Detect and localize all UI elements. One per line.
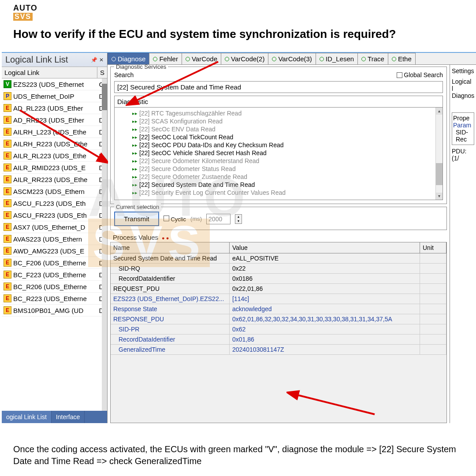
status-badge: E	[4, 259, 11, 267]
item-name: BC_R206 (UDS_Etherne	[13, 283, 97, 290]
tree-item[interactable]: ▸▸[22] SecOC PDU Data-IDs and Key Checks…	[115, 141, 443, 149]
list-item[interactable]: EBC_R206 (UDS_EtherneD	[2, 281, 107, 293]
cell-value: 0x22	[230, 264, 420, 273]
watermark: AUTO SVS	[88, 176, 248, 267]
item-name: BC_F223 (UDS_Etherne	[13, 271, 97, 279]
item-name: BMS10PB01_AMG (UD	[13, 307, 97, 314]
tree-item-icon: ▸▸	[132, 134, 138, 140]
tab-id_lesen[interactable]: ID_Lesen	[316, 53, 358, 64]
tab-indicator-icon	[112, 57, 116, 61]
side-param: Param	[453, 122, 473, 129]
list-item[interactable]: EAD_RR223 (UDS_EtherD	[2, 114, 107, 126]
status-badge: P	[4, 92, 11, 100]
item-name: AILRH_L223 (UDS_Ethe	[13, 128, 97, 136]
tree-item[interactable]: ▸▸[22] SecOc ENV Data Read	[115, 125, 443, 133]
list-item[interactable]: EAILRH_R223 (UDS_EtheD	[2, 138, 107, 150]
tab-indicator-icon	[153, 57, 157, 61]
status-badge: E	[4, 140, 11, 148]
global-search-checkbox[interactable]: Global Search	[397, 71, 443, 78]
list-item[interactable]: EBC_R223 (UDS_EtherneD	[2, 293, 107, 305]
tab-diagnose[interactable]: Diagnose	[108, 53, 149, 64]
col-value[interactable]: Value	[230, 242, 420, 253]
status-badge: E	[4, 223, 11, 231]
tree-item[interactable]: ▸▸[22] SCAS Konfiguration Read	[115, 117, 443, 125]
tab-logical-link-list[interactable]: ogical Link List	[2, 411, 52, 423]
tab-indicator-icon	[320, 57, 324, 61]
side-sid: SID-	[453, 129, 473, 136]
tree-item-icon: ▸▸	[132, 119, 138, 124]
status-badge: E	[4, 164, 11, 171]
cell-name: SID-PR	[111, 324, 230, 334]
table-row[interactable]: RecordDataIdentifier0x01,86	[111, 335, 446, 345]
tree-item[interactable]: ▸▸[22] SecOC Vehicle Shared Secret Hash …	[115, 149, 443, 157]
list-item[interactable]: EAILR_RL223 (UDS_EtheD	[2, 150, 107, 162]
item-name: AILR_RL223 (UDS_Ethe	[13, 152, 97, 160]
list-item[interactable]: EAD_RL223 (UDS_EtherD	[2, 102, 107, 114]
cell-unit	[420, 264, 446, 273]
tree-item[interactable]: ▸▸[22] SecOC Local TickCount Read	[115, 133, 443, 141]
cell-unit	[420, 284, 446, 294]
search-input[interactable]	[114, 81, 443, 93]
table-row[interactable]: SID-PR0x62	[111, 324, 446, 335]
status-badge: E	[4, 104, 11, 112]
tab-varcode(3)[interactable]: VarCode(3)	[268, 53, 316, 64]
tab-fehler[interactable]: Fehler	[149, 53, 182, 64]
tree-item[interactable]: ▸▸[22] Secure Odometer Kilometerstand Re…	[115, 157, 443, 165]
table-row[interactable]: EZS223 (UDS_Ethernet_DoIP).EZS22...[114c…	[111, 294, 446, 304]
cell-unit	[420, 274, 446, 283]
item-name: BC_R223 (UDS_Etherne	[13, 295, 97, 302]
tab-trace[interactable]: Trace	[357, 53, 388, 64]
cell-unit	[420, 253, 446, 263]
status-badge: E	[4, 271, 11, 279]
cell-value: 0x01,86	[230, 335, 420, 344]
page-title: How to verify if the ECU and system time…	[13, 27, 467, 41]
cell-unit	[420, 335, 446, 344]
table-row[interactable]: REQUEST_PDU0x22,01,86	[111, 284, 446, 294]
list-item[interactable]: EBC_F223 (UDS_EtherneD	[2, 269, 107, 281]
item-name: ASCU_FL223 (UDS_Eth	[13, 200, 97, 207]
col-logical-link[interactable]: Logical Link	[2, 67, 97, 78]
cell-value: 0x62	[230, 324, 420, 334]
tab-interface[interactable]: Interface	[52, 411, 85, 423]
list-item[interactable]: EBMS10PB01_AMG (UDD	[2, 305, 107, 316]
tree-scrollbar[interactable]: ▴▾	[435, 108, 443, 200]
tab-indicator-icon	[361, 57, 366, 61]
table-row[interactable]: RecordDataIdentifier0x0186	[111, 274, 446, 284]
status-badge: E	[4, 294, 11, 302]
table-row[interactable]: RESPONSE_PDU0x62,01,86,32,30,32,34,30,31…	[111, 314, 446, 324]
panel-title-bar: Logical Link List 📌 ✕	[2, 53, 107, 67]
tree-item-icon: ▸▸	[132, 142, 138, 148]
cell-unit	[420, 324, 446, 334]
tree-item-icon: ▸▸	[132, 126, 138, 132]
logo-bottom: SVS	[13, 13, 33, 21]
tree-item[interactable]: ▸▸[22] RTC Tagesumschlagzähler Read	[115, 109, 443, 117]
item-name: AILRH_R223 (UDS_Ethe	[13, 140, 97, 148]
status-badge: E	[4, 128, 11, 136]
table-row[interactable]: GeneralizedTime20240103081147Z	[111, 345, 446, 355]
item-name: UDS_Ethernet_DoIP	[13, 93, 97, 100]
col-unit[interactable]: Unit	[420, 242, 446, 253]
list-item[interactable]: EAILRH_L223 (UDS_EtheD	[2, 126, 107, 138]
item-name: ASCM223 (UDS_Ethern	[13, 188, 97, 195]
cell-name: RecordDataIdentifier	[111, 335, 230, 344]
status-badge: E	[4, 283, 11, 290]
tree-item-icon: ▸▸	[132, 111, 138, 116]
list-item[interactable]: PUDS_Ethernet_DoIPD	[2, 90, 107, 102]
side-prope: Prope	[453, 115, 473, 122]
tab-varcode[interactable]: VarCode	[182, 53, 221, 64]
tree-item-icon: ▸▸	[132, 158, 138, 164]
tab-ethe[interactable]: Ethe	[388, 53, 416, 64]
list-item[interactable]: VEZS223 (UDS_EthernetC	[2, 78, 107, 90]
status-badge: E	[4, 211, 11, 219]
status-badge: E	[4, 306, 11, 314]
close-icon[interactable]: ✕	[99, 57, 104, 63]
properties-box: Prope Param SID- Rec	[452, 112, 474, 145]
col-status[interactable]: S	[97, 67, 107, 78]
table-row[interactable]: Response Stateacknowledged	[111, 304, 446, 314]
item-name: ASCU_FR223 (UDS_Eth	[13, 212, 97, 219]
footer-instructions: Once the coding access activated, the EC…	[13, 443, 463, 467]
cell-value: eALL_POSITIVE	[230, 253, 420, 263]
item-name: EZS223 (UDS_Ethernet	[13, 81, 97, 88]
tab-varcode(2)[interactable]: VarCode(2)	[221, 53, 268, 64]
pin-icon[interactable]: 📌	[91, 57, 97, 63]
